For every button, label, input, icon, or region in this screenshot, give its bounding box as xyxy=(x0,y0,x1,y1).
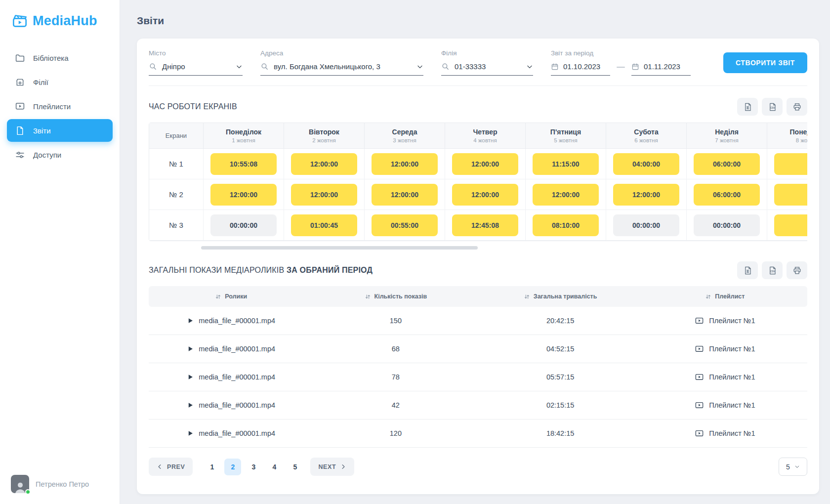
screens-table-viewport: Екрани Понеділок1 жовтня Вівторок2 жовтн… xyxy=(149,123,807,241)
day-column-header: Субота6 жовтня xyxy=(606,123,687,149)
sort-header-count[interactable]: Кількість показів xyxy=(313,293,478,300)
period-label: Звіт за період xyxy=(551,49,691,57)
sort-icon xyxy=(365,294,371,300)
time-pill xyxy=(774,153,807,175)
page-number-button[interactable]: 2 xyxy=(224,459,241,475)
chevron-down-icon[interactable] xyxy=(416,63,423,70)
media-playlist-cell[interactable]: Плейлист №1 xyxy=(643,373,807,382)
sort-header-files[interactable]: Ролики xyxy=(149,293,313,300)
next-page-button[interactable]: NEXT xyxy=(310,458,354,476)
play-icon[interactable] xyxy=(187,402,194,409)
chevron-down-icon[interactable] xyxy=(236,63,243,70)
table-row: media_file_#00001.mp4 68 04:52:15 Плейли… xyxy=(149,335,807,363)
sort-header-playlist[interactable]: Плейлист xyxy=(643,293,807,300)
sort-header-duration[interactable]: Загальна тривалість xyxy=(478,293,643,300)
sidebar-item-access[interactable]: Доступи xyxy=(7,143,113,166)
search-icon xyxy=(149,62,157,71)
main-content: Звіти Місто Дніпро Адреса вул. Богдана Х… xyxy=(120,0,830,504)
csv-icon xyxy=(768,266,777,275)
playlist-icon xyxy=(695,429,704,438)
time-pill: 12:00:00 xyxy=(291,153,357,175)
city-label: Місто xyxy=(149,49,243,57)
date-to-field[interactable]: 01.11.2023 xyxy=(631,62,691,76)
spreadsheet-icon xyxy=(743,266,752,275)
branch-value: 01-33333 xyxy=(455,62,486,71)
day-column-header: Неділя7 жовтня xyxy=(687,123,767,149)
media-playlist-cell[interactable]: Плейлист №1 xyxy=(643,429,807,438)
city-select[interactable]: Дніпро xyxy=(149,62,243,76)
user-profile[interactable]: Петренко Петро xyxy=(7,475,113,493)
screen-row-label: № 1 xyxy=(149,149,204,179)
online-status-dot xyxy=(25,489,31,495)
play-icon[interactable] xyxy=(187,317,194,324)
media-playlist-cell[interactable]: Плейлист №1 xyxy=(643,316,807,326)
page-number-button[interactable]: 1 xyxy=(204,459,220,475)
playlist-name: Плейлист №1 xyxy=(709,401,755,409)
page-size-select[interactable]: 5 xyxy=(779,458,807,476)
prev-page-button[interactable]: PREV xyxy=(149,458,193,476)
filters-bar: Місто Дніпро Адреса вул. Богдана Хмельни… xyxy=(149,39,807,86)
screen-time-cell: 12:00:00 xyxy=(365,179,445,210)
sidebar-item-library[interactable]: Бібліотека xyxy=(7,46,113,69)
page-numbers: 1 2 3 4 5 xyxy=(204,459,303,475)
print-button[interactable] xyxy=(787,98,807,116)
export-csv-button[interactable] xyxy=(762,98,783,116)
sidebar-item-branches[interactable]: Філії xyxy=(7,71,113,93)
screen-time-cell: 12:00:00 xyxy=(284,149,365,179)
media-count-cell: 68 xyxy=(313,345,478,353)
media-duration-cell: 02:15:15 xyxy=(478,401,643,409)
time-pill: 08:10:00 xyxy=(533,214,599,236)
day-column-header: Понеділок8 жовтня xyxy=(767,123,807,149)
search-icon xyxy=(441,62,450,71)
print-button[interactable] xyxy=(787,261,807,279)
screens-table: Екрани Понеділок1 жовтня Вівторок2 жовтн… xyxy=(149,123,807,241)
branch-select[interactable]: 01-33333 xyxy=(441,62,533,76)
page-number-button[interactable]: 3 xyxy=(245,459,262,475)
screen-time-cell: 06:00:00 xyxy=(687,149,767,179)
time-pill: 12:00:00 xyxy=(291,184,357,206)
create-report-button[interactable]: СТВОРИТИ ЗВІТ xyxy=(723,52,807,73)
screen-time-cell: 12:00:00 xyxy=(445,179,526,210)
city-value: Дніпро xyxy=(162,62,185,71)
branch-label: Філія xyxy=(441,49,533,57)
csv-icon xyxy=(768,102,777,112)
export-excel-button[interactable] xyxy=(737,98,758,116)
screens-section-title: ЧАС РОБОТИ ЕКРАНІВ xyxy=(149,102,237,111)
printer-icon xyxy=(792,102,802,112)
address-label: Адреса xyxy=(260,49,423,57)
media-duration-cell: 05:57:15 xyxy=(478,373,643,381)
chevron-down-icon[interactable] xyxy=(526,63,533,70)
address-select[interactable]: вул. Богдана Хмельницького, 3 xyxy=(260,62,423,76)
sidebar-item-playlists[interactable]: Плейлисти xyxy=(7,95,113,118)
play-icon[interactable] xyxy=(187,374,194,380)
screen-time-cell: 00:55:00 xyxy=(365,210,445,241)
table-row: media_file_#00001.mp4 150 20:42:15 Плейл… xyxy=(149,307,807,335)
time-pill: 06:00:00 xyxy=(694,184,760,206)
page-number-button[interactable]: 4 xyxy=(266,459,283,475)
media-file-name: media_file_#00001.mp4 xyxy=(199,317,275,325)
play-icon[interactable] xyxy=(187,345,194,352)
screen-time-cell: 12:00:00 xyxy=(526,179,606,210)
sidebar-item-reports[interactable]: Звіти xyxy=(7,119,113,142)
page-number-button[interactable]: 5 xyxy=(287,459,303,475)
time-pill: 00:00:00 xyxy=(210,214,277,236)
play-icon[interactable] xyxy=(187,430,194,437)
screen-time-cell: 11:15:00 xyxy=(526,149,606,179)
screen-time-cell: 10:55:08 xyxy=(204,149,284,179)
playlist-icon xyxy=(695,316,704,326)
folder-icon xyxy=(15,53,25,63)
date-from-field[interactable]: 01.10.2023 xyxy=(551,62,610,76)
city-filter: Місто Дніпро xyxy=(149,49,243,76)
screen-time-cell: 12:45:08 xyxy=(445,210,526,241)
playlist-name: Плейлист №1 xyxy=(709,373,755,381)
media-file-cell: media_file_#00001.mp4 xyxy=(149,317,313,325)
day-column-header: Четвер4 жовтня xyxy=(445,123,526,149)
day-column-header: Середа3 жовтня xyxy=(365,123,445,149)
export-csv-button[interactable] xyxy=(762,261,783,279)
media-playlist-cell[interactable]: Плейлист №1 xyxy=(643,401,807,410)
media-playlist-cell[interactable]: Плейлист №1 xyxy=(643,344,807,354)
media-file-name: media_file_#00001.mp4 xyxy=(199,345,275,353)
day-column-header: Понеділок1 жовтня xyxy=(204,123,284,149)
export-excel-button[interactable] xyxy=(737,261,758,279)
scrollbar-thumb[interactable] xyxy=(201,246,478,250)
